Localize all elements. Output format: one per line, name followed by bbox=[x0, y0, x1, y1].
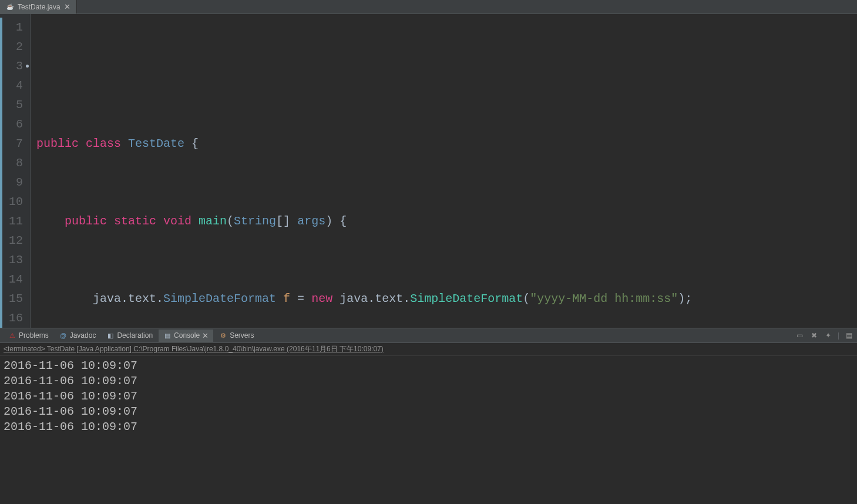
line-number: 13 bbox=[0, 250, 30, 270]
editor-tab-bar: ☕ TestDate.java ✕ bbox=[0, 0, 857, 14]
code-line: public static void main(String[] args) { bbox=[31, 211, 857, 231]
editor-tab-filename: TestDate.java bbox=[18, 3, 61, 11]
console-line: 2016-11-06 10:09:07 bbox=[4, 404, 853, 419]
servers-icon: ⚙ bbox=[219, 331, 227, 340]
code-line: public class TestDate { bbox=[31, 134, 857, 153]
tab-problems[interactable]: ⚠ Problems bbox=[4, 330, 53, 341]
tab-label: Servers bbox=[230, 331, 254, 340]
line-number: 5 bbox=[0, 95, 30, 115]
line-number-gutter: 1 2 3 4 5 6 7 8 9 10 11 12 13 14 15 16 bbox=[0, 14, 31, 328]
tab-label: Console bbox=[174, 331, 200, 340]
console-line: 2016-11-06 10:09:07 bbox=[4, 389, 853, 404]
close-icon[interactable]: ✕ bbox=[202, 331, 209, 340]
editor-area: 1 2 3 4 5 6 7 8 9 10 11 12 13 14 15 16 p… bbox=[0, 14, 857, 328]
tab-servers[interactable]: ⚙ Servers bbox=[214, 330, 258, 341]
declaration-icon: ◧ bbox=[106, 331, 115, 340]
line-number: 10 bbox=[0, 192, 30, 211]
editor-tab-testdate[interactable]: ☕ TestDate.java ✕ bbox=[0, 0, 77, 14]
line-number: 4 bbox=[0, 76, 30, 95]
tab-label: Problems bbox=[19, 331, 49, 340]
line-number: 6 bbox=[0, 115, 30, 134]
open-console-icon[interactable]: ▤ bbox=[844, 331, 853, 340]
line-number: 9 bbox=[0, 173, 30, 192]
line-number: 7 bbox=[0, 134, 30, 153]
code-line: java.text.SimpleDateFormat f = new java.… bbox=[31, 289, 857, 308]
line-number: 1 bbox=[0, 18, 30, 37]
code-editor[interactable]: public class TestDate { public static vo… bbox=[31, 14, 857, 328]
remove-all-icon[interactable]: ✖ bbox=[809, 331, 819, 340]
line-number: 12 bbox=[0, 231, 30, 250]
tab-label: Javadoc bbox=[70, 331, 96, 340]
clear-console-icon[interactable]: ✦ bbox=[824, 331, 833, 340]
problems-icon: ⚠ bbox=[8, 331, 16, 340]
line-number: 15 bbox=[0, 289, 30, 308]
console-line: 2016-11-06 10:09:07 bbox=[4, 419, 853, 435]
line-number: 2 bbox=[0, 37, 30, 56]
code-line bbox=[31, 56, 857, 76]
remove-launch-icon[interactable]: ▭ bbox=[795, 331, 805, 340]
javadoc-icon: @ bbox=[59, 331, 68, 340]
line-number: 3 bbox=[0, 56, 30, 76]
java-file-icon: ☕ bbox=[6, 3, 14, 11]
tab-console[interactable]: ▤ Console ✕ bbox=[159, 330, 213, 342]
console-output[interactable]: 2016-11-06 10:09:072016-11-06 10:09:0720… bbox=[0, 356, 857, 504]
line-number: 16 bbox=[0, 308, 30, 328]
line-number: 8 bbox=[0, 153, 30, 173]
tab-label: Declaration bbox=[117, 331, 153, 340]
tab-javadoc[interactable]: @ Javadoc bbox=[55, 330, 101, 341]
line-number: 11 bbox=[0, 211, 30, 231]
console-line: 2016-11-06 10:09:07 bbox=[4, 374, 853, 389]
console-line: 2016-11-06 10:09:07 bbox=[4, 358, 853, 374]
tab-declaration[interactable]: ◧ Declaration bbox=[102, 330, 157, 341]
bottom-view-tabs: ⚠ Problems @ Javadoc ◧ Declaration ▤ Con… bbox=[0, 328, 857, 343]
line-number: 14 bbox=[0, 270, 30, 289]
close-icon[interactable]: ✕ bbox=[64, 2, 70, 11]
console-icon: ▤ bbox=[163, 331, 172, 340]
console-status-line: <terminated> TestDate [Java Application]… bbox=[0, 343, 857, 356]
